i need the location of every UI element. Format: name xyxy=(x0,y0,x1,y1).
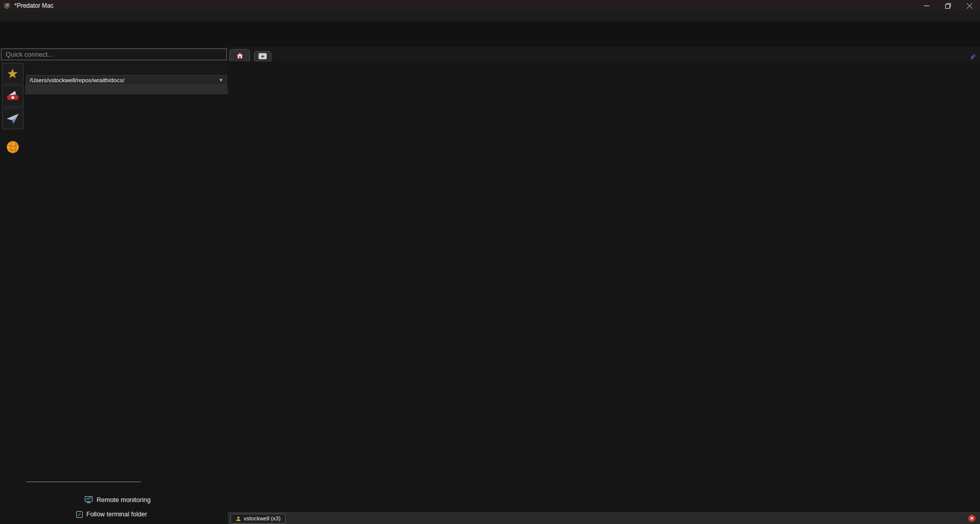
path-value: /Users/vstockwell/repos/wraith/docs/ xyxy=(30,77,124,83)
title-bar: *Predator Mac xyxy=(0,0,980,11)
path-dropdown[interactable]: /Users/vstockwell/repos/wraith/docs/ ▼ xyxy=(26,75,227,85)
file-table-header xyxy=(25,85,228,95)
close-session-button[interactable]: ✕ xyxy=(968,515,975,522)
tab-bar: + xyxy=(228,47,980,61)
minimize-button[interactable] xyxy=(916,0,937,11)
paper-plane-icon[interactable] xyxy=(2,108,24,129)
sidebar-separator xyxy=(26,482,141,482)
session-group-tab[interactable]: vstockwell (x3) xyxy=(230,514,286,523)
sidebar: ★ /Users/vstockwell/repos/wraith/docs/ ▼ xyxy=(0,47,228,524)
status-bar: vstockwell (x3) ✕ xyxy=(228,512,980,524)
session-group-label: vstockwell (x3) xyxy=(244,515,281,521)
new-tab-button[interactable]: + xyxy=(254,51,271,61)
window-title: *Predator Mac xyxy=(14,2,54,9)
file-toolbar xyxy=(25,61,228,75)
file-browser: /Users/vstockwell/repos/wraith/docs/ ▼ R… xyxy=(25,61,228,524)
sidebar-bottom: Remote monitoring ✓ Follow terminal fold… xyxy=(25,482,228,524)
remote-monitoring-label: Remote monitoring xyxy=(97,496,151,504)
restore-button[interactable] xyxy=(937,0,959,11)
close-button[interactable] xyxy=(959,0,980,11)
terminal[interactable] xyxy=(228,61,980,512)
plus-icon: + xyxy=(259,53,267,59)
paperclip-icon[interactable] xyxy=(969,53,976,61)
sidebar-rail: ★ xyxy=(0,61,25,524)
globe-icon[interactable] xyxy=(2,136,24,158)
main-toolbar xyxy=(0,21,980,47)
favorites-star-icon[interactable]: ★ xyxy=(2,63,24,84)
remote-monitoring-icon xyxy=(84,495,93,504)
follow-checkbox[interactable]: ✓ xyxy=(76,511,83,518)
chevron-down-icon: ▼ xyxy=(219,78,223,83)
user-icon xyxy=(236,516,241,521)
tools-knife-icon[interactable] xyxy=(2,85,24,107)
app-icon xyxy=(3,2,11,10)
follow-terminal-folder-toggle[interactable]: ✓ Follow terminal folder xyxy=(76,511,228,518)
quick-connect-input[interactable] xyxy=(1,49,227,60)
follow-terminal-label: Follow terminal folder xyxy=(86,511,147,518)
menu-bar xyxy=(0,11,980,21)
file-table xyxy=(25,95,228,482)
tab-home[interactable] xyxy=(229,49,250,61)
remote-monitoring-toggle[interactable]: Remote monitoring xyxy=(84,495,228,504)
